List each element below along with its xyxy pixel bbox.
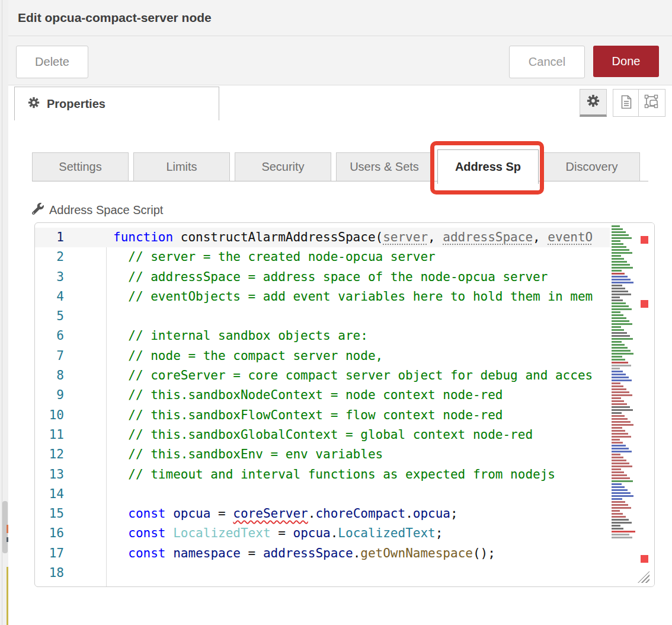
tab-label: Limits	[166, 160, 197, 174]
code-token: // timeout and interval functions as exp…	[128, 467, 555, 481]
minimap-line	[612, 335, 630, 337]
minimap-line	[612, 412, 622, 414]
minimap-line	[612, 326, 621, 328]
edit-tray: Edit opcua-compact-server node Delete Ca…	[8, 0, 672, 625]
cancel-button[interactable]: Cancel	[509, 46, 585, 78]
code-token	[166, 526, 174, 540]
code-token: // server = the created node-opcua serve…	[128, 250, 435, 264]
line-number: 2	[35, 247, 98, 267]
done-button[interactable]: Done	[593, 46, 659, 77]
gear-icon	[587, 94, 600, 110]
properties-icon-button[interactable]	[580, 89, 607, 117]
tab-users-sets[interactable]: Users & Sets	[336, 152, 433, 181]
delete-button[interactable]: Delete	[16, 46, 88, 78]
code-token: function	[113, 230, 173, 244]
minimap-line	[612, 261, 627, 263]
code-line-15[interactable]: const opcua = coreServer.choreCompact.op…	[98, 504, 610, 524]
line-number: 19	[35, 583, 98, 587]
code-line-2[interactable]: // server = the created node-opcua serve…	[98, 247, 610, 267]
code-line-8[interactable]: // coreServer = core compact server obje…	[98, 366, 610, 385]
code-token: addressSpace	[443, 230, 533, 244]
code-line-18[interactable]	[98, 563, 610, 583]
tab-limits[interactable]: Limits	[133, 152, 230, 181]
minimap-line	[612, 439, 620, 441]
code-line-19[interactable]: const Variant = opcua.Variant;	[98, 583, 610, 586]
code-token: Variant	[173, 585, 226, 586]
editor-code-area[interactable]: function constructAlarmAddressSpace(serv…	[98, 228, 610, 586]
code-token: =	[226, 585, 248, 586]
editor-tab-bar: Properties	[8, 85, 672, 120]
minimap-line	[612, 314, 623, 316]
minimap-line	[612, 371, 623, 372]
tab-settings[interactable]: Settings	[32, 152, 129, 181]
minimap-line	[612, 276, 628, 278]
line-number: 18	[35, 563, 98, 583]
minimap-line	[612, 305, 629, 307]
code-token: getOwnNamespace	[360, 546, 473, 560]
minimap-line	[612, 243, 623, 245]
code-line-7[interactable]: // node = the compact server node,	[98, 346, 610, 366]
code-line-13[interactable]: // timeout and interval functions as exp…	[98, 465, 610, 484]
code-line-10[interactable]: // this.sandboxFlowContext = flow contex…	[98, 406, 610, 425]
minimap-line	[612, 489, 628, 491]
code-line-5[interactable]	[98, 307, 610, 326]
code-line-3[interactable]: // addressSpace = address space of the n…	[98, 267, 610, 287]
code-token: // this.sandboxGlobalContext = global co…	[128, 428, 533, 442]
description-icon-button[interactable]	[613, 89, 640, 117]
tab-label: Discovery	[566, 160, 618, 174]
code-token	[113, 408, 128, 422]
editor-minimap[interactable]	[610, 225, 635, 546]
code-line-14[interactable]	[98, 484, 610, 504]
minimap-line	[612, 296, 620, 298]
code-line-6[interactable]: // internal sandbox objects are:	[98, 326, 610, 346]
code-token	[113, 289, 128, 304]
minimap-line	[612, 388, 626, 390]
code-token	[113, 428, 128, 442]
minimap-line	[612, 454, 620, 455]
tray-toolbar: Delete Cancel Done	[8, 36, 672, 85]
line-number: 9	[35, 385, 98, 405]
line-number: 5	[35, 307, 98, 326]
minimap-line	[612, 329, 624, 331]
minimap-line	[612, 477, 630, 479]
tab-discovery[interactable]: Discovery	[543, 152, 640, 181]
code-token	[113, 526, 128, 540]
code-line-16[interactable]: const LocalizedText = opcua.LocalizedTex…	[98, 524, 610, 543]
line-number: 1	[35, 228, 98, 247]
minimap-line	[612, 445, 626, 447]
code-token: =	[271, 526, 293, 540]
code-token: const	[128, 546, 165, 560]
code-token: .	[308, 506, 316, 521]
code-line-4[interactable]: // eventObjects = add event variables he…	[98, 287, 610, 307]
code-line-17[interactable]: const namespace = addressSpace.getOwnNam…	[98, 544, 610, 563]
minimap-line	[612, 258, 624, 260]
minimap-line	[612, 323, 632, 325]
line-number: 15	[35, 504, 98, 524]
line-number: 14	[35, 484, 98, 504]
minimap-line	[612, 291, 628, 292]
code-token: choreCompact	[315, 506, 405, 521]
minimap-line	[612, 359, 625, 361]
minimap-line	[612, 347, 628, 349]
code-token	[166, 585, 174, 586]
code-editor[interactable]: 12345678910111213141516171819 function c…	[34, 222, 655, 587]
code-token: const	[128, 526, 165, 540]
minimap-line	[612, 421, 631, 423]
tab-label: Users & Sets	[350, 160, 419, 174]
code-line-12[interactable]: // this.sandboxEnv = env variables	[98, 445, 610, 464]
tab-security[interactable]: Security	[235, 152, 331, 181]
code-line-9[interactable]: // this.sandboxNodeContext = node contex…	[98, 385, 610, 405]
code-token	[166, 546, 174, 560]
tab-address-sp[interactable]: Address Sp	[437, 149, 539, 184]
line-number: 7	[35, 346, 98, 366]
code-line-1[interactable]: function constructAlarmAddressSpace(serv…	[98, 228, 610, 247]
code-line-11[interactable]: // this.sandboxGlobalContext = global co…	[98, 425, 610, 445]
line-number: 3	[35, 267, 98, 287]
code-token	[113, 329, 128, 343]
minimap-line	[612, 415, 625, 417]
appearance-icon-button[interactable]	[638, 89, 665, 117]
code-token: ;	[345, 585, 353, 586]
code-token: ;	[436, 526, 443, 540]
minimap-line	[612, 350, 631, 352]
tab-properties[interactable]: Properties	[14, 87, 219, 120]
